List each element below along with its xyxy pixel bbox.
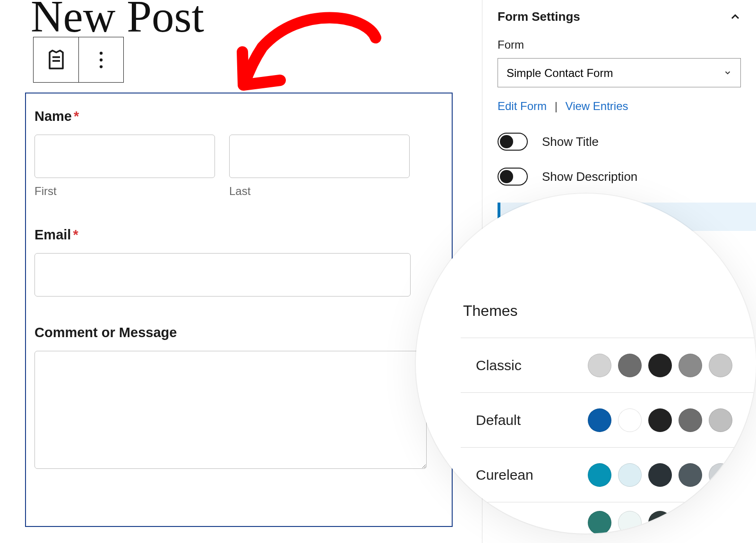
color-swatch <box>588 511 611 534</box>
color-swatch <box>618 354 642 377</box>
comment-label: Comment or Message <box>34 325 443 340</box>
edit-form-link[interactable]: Edit Form <box>498 100 547 112</box>
show-description-toggle[interactable] <box>498 168 528 186</box>
page-title[interactable]: New Post <box>31 0 204 42</box>
theme-row-classic[interactable]: Classic <box>461 338 756 393</box>
form-settings-header[interactable]: Form Settings <box>482 0 756 38</box>
theme-name: Default <box>476 412 521 428</box>
color-swatch <box>679 408 702 432</box>
view-entries-link[interactable]: View Entries <box>566 100 628 112</box>
color-swatch <box>679 463 702 487</box>
last-name-sublabel: Last <box>229 185 410 198</box>
email-label: Email* <box>34 227 443 243</box>
show-description-row: Show Description <box>482 159 756 194</box>
show-title-row: Show Title <box>482 124 756 159</box>
themes-title: Themes <box>416 302 756 338</box>
annotation-arrow <box>234 0 404 99</box>
color-swatch <box>588 354 611 377</box>
form-settings-title: Form Settings <box>498 9 580 24</box>
svg-point-2 <box>100 51 103 54</box>
form-icon <box>45 49 68 71</box>
more-options-button[interactable] <box>78 37 123 82</box>
chevron-up-icon <box>730 11 741 23</box>
color-swatch <box>618 408 642 432</box>
last-name-input[interactable] <box>229 135 410 178</box>
color-swatch <box>648 463 672 487</box>
name-field-group: Name* First Last <box>34 109 443 198</box>
color-swatch <box>618 463 642 487</box>
color-swatch <box>588 463 611 487</box>
toggle-knob <box>500 135 513 148</box>
svg-point-4 <box>100 65 103 68</box>
required-star: * <box>73 227 78 242</box>
form-select-label: Form <box>498 38 741 51</box>
required-star: * <box>74 109 79 124</box>
show-title-toggle[interactable] <box>498 133 528 151</box>
email-label-text: Email <box>34 227 71 242</box>
form-block-icon-button[interactable] <box>34 37 78 82</box>
theme-name: Classic <box>476 357 522 373</box>
zoom-lens: Themes ClassicDefaultCurelean <box>416 194 756 534</box>
color-swatch <box>648 408 672 432</box>
show-description-label: Show Description <box>542 170 637 184</box>
kebab-icon <box>94 51 108 69</box>
show-title-label: Show Title <box>542 135 599 149</box>
toggle-knob <box>500 170 513 183</box>
swatch-group <box>588 408 732 432</box>
block-toolbar <box>33 37 124 83</box>
name-label: Name* <box>34 109 443 124</box>
first-name-sublabel: First <box>34 185 215 198</box>
theme-name: Curelean <box>476 467 533 483</box>
form-select[interactable]: Simple Contact Form <box>498 58 741 87</box>
color-swatch <box>679 354 702 377</box>
theme-row-default[interactable]: Default <box>461 393 756 448</box>
email-input[interactable] <box>34 253 411 297</box>
form-block[interactable]: Name* First Last Email* Comment or Messa… <box>25 93 453 527</box>
name-label-text: Name <box>34 109 72 124</box>
form-action-links: Edit Form | View Entries <box>482 96 756 124</box>
color-swatch <box>709 408 732 432</box>
swatch-group <box>588 354 732 377</box>
color-swatch <box>709 354 732 377</box>
comment-textarea[interactable] <box>34 351 427 469</box>
comment-field-group: Comment or Message <box>34 325 443 471</box>
link-separator: | <box>555 100 558 112</box>
email-field-group: Email* <box>34 227 443 297</box>
color-swatch <box>648 354 672 377</box>
svg-point-3 <box>100 58 103 61</box>
first-name-input[interactable] <box>34 135 215 178</box>
color-swatch <box>588 408 611 432</box>
